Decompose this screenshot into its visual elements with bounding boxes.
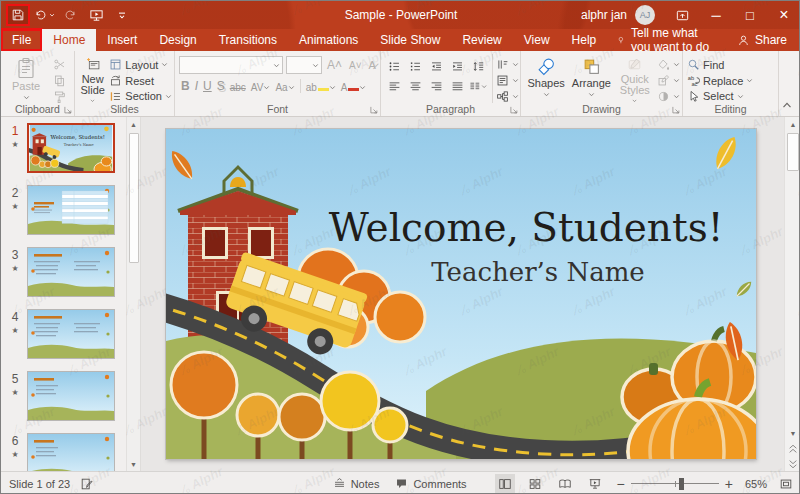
arrange-button[interactable]: Arrange (570, 54, 612, 103)
reading-view-button[interactable] (555, 474, 575, 494)
bullets-button[interactable] (385, 58, 403, 74)
tab-transitions[interactable]: Transitions (208, 29, 288, 51)
slide-thumbnail-5[interactable]: 5★ (3, 371, 126, 421)
current-slide-canvas[interactable]: Welcome, Students! Teacher’s Name (166, 129, 756, 459)
columns-button[interactable] (469, 78, 487, 94)
layout-button[interactable]: Layout (109, 58, 172, 72)
normal-view-button[interactable] (495, 474, 515, 494)
clipboard-dialog-launcher-icon[interactable] (63, 105, 72, 114)
bold-button[interactable]: B (179, 79, 192, 93)
shape-outline-button[interactable] (657, 74, 680, 88)
clear-formatting-button[interactable]: A̷ (367, 59, 378, 71)
decrease-indent-button[interactable] (427, 58, 445, 74)
tab-file[interactable]: File (1, 29, 42, 51)
tell-me-box[interactable]: Tell me what you want to do (607, 29, 723, 51)
fit-slide-to-window-button[interactable] (779, 477, 793, 491)
cut-button[interactable] (50, 58, 68, 72)
tab-home[interactable]: Home (42, 29, 96, 51)
slide-thumbnail-6[interactable]: 6★ (3, 433, 126, 471)
tab-insert[interactable]: Insert (96, 29, 148, 51)
slide-subtitle-text[interactable]: Teacher’s Name (431, 257, 645, 287)
highlight-color-button[interactable]: ab (304, 82, 338, 93)
editor-scrollbar[interactable]: ▲ ▼ (784, 117, 800, 471)
zoom-in-button[interactable]: + (725, 476, 733, 492)
close-button[interactable]: × (767, 1, 800, 29)
start-from-beginning-button[interactable] (85, 5, 107, 25)
tab-design[interactable]: Design (148, 29, 207, 51)
zoom-slider[interactable] (631, 472, 719, 494)
format-painter-button[interactable] (50, 89, 68, 103)
scroll-up-arrow-icon[interactable]: ▲ (127, 117, 140, 131)
underline-button[interactable]: U (201, 79, 214, 93)
font-color-button[interactable]: A (339, 82, 369, 93)
tab-slide-show[interactable]: Slide Show (369, 29, 451, 51)
animation-star-icon[interactable]: ★ (11, 450, 18, 459)
slide-thumbnail-image[interactable] (27, 247, 115, 297)
scroll-up-arrow-icon[interactable]: ▲ (785, 117, 800, 131)
replace-button[interactable]: Replace (687, 74, 753, 88)
save-button[interactable] (7, 5, 29, 25)
font-name-select[interactable] (179, 56, 283, 74)
decrease-font-size-button[interactable]: A˅ (347, 60, 364, 71)
find-button[interactable]: Find (687, 58, 753, 72)
quick-styles-button[interactable]: Quick Styles (616, 54, 654, 103)
tab-review[interactable]: Review (451, 29, 512, 51)
increase-font-size-button[interactable]: A˄ (325, 58, 344, 72)
align-center-button[interactable] (406, 78, 424, 94)
slide-thumbnail-image[interactable] (27, 185, 115, 235)
shape-fill-button[interactable] (657, 58, 680, 72)
share-button[interactable]: Share (723, 29, 800, 51)
minimize-button[interactable]: ─ (699, 1, 733, 29)
notes-toggle-button[interactable]: Notes (331, 472, 382, 494)
strikethrough-button[interactable]: abc (228, 82, 248, 93)
copy-button[interactable] (50, 74, 68, 88)
paragraph-dialog-launcher-icon[interactable] (509, 105, 518, 114)
signed-in-user[interactable]: alphr jan (581, 8, 627, 22)
scroll-down-arrow-icon[interactable]: ▼ (785, 426, 800, 441)
slide-thumbnail-1[interactable]: 1★ Welcome, Students!Teacher’s Name (3, 123, 126, 173)
select-button[interactable]: Select (687, 89, 753, 103)
shapes-button[interactable]: Shapes (525, 54, 567, 103)
reset-button[interactable]: Reset (109, 74, 172, 88)
animation-star-icon[interactable]: ★ (11, 326, 18, 335)
text-shadow-button[interactable]: S (215, 79, 227, 93)
slide-thumbnail-3[interactable]: 3★ (3, 247, 126, 297)
font-dialog-launcher-icon[interactable] (369, 105, 378, 114)
slide-thumbnail-image[interactable]: Welcome, Students!Teacher’s Name (27, 123, 115, 173)
align-left-button[interactable] (385, 78, 403, 94)
tab-animations[interactable]: Animations (288, 29, 369, 51)
previous-slide-button[interactable] (785, 441, 800, 456)
thumbnail-panel-scrollbar[interactable]: ▲ ▼ (126, 117, 140, 471)
justify-button[interactable] (448, 78, 466, 94)
slide-thumbnail-4[interactable]: 4★ (3, 309, 126, 359)
tab-view[interactable]: View (513, 29, 561, 51)
animation-star-icon[interactable]: ★ (11, 264, 18, 273)
slide-sorter-view-button[interactable] (525, 474, 545, 494)
align-text-button[interactable] (496, 73, 519, 87)
paste-button[interactable]: Paste (5, 54, 47, 103)
slide-title-text[interactable]: Welcome, Students! (329, 205, 724, 250)
slide-thumbnail-2[interactable]: 2★ (3, 185, 126, 235)
customize-quick-access-button[interactable] (111, 5, 133, 25)
section-button[interactable]: Section (109, 89, 172, 103)
scroll-down-arrow-icon[interactable]: ▼ (127, 457, 140, 471)
animation-star-icon[interactable]: ★ (11, 388, 18, 397)
text-direction-button[interactable] (496, 57, 519, 71)
animation-star-icon[interactable]: ★ (11, 140, 18, 149)
zoom-out-button[interactable]: − (617, 476, 625, 492)
align-right-button[interactable] (427, 78, 445, 94)
slideshow-view-button[interactable] (585, 474, 605, 494)
collapse-ribbon-button[interactable] (780, 98, 794, 112)
next-slide-button[interactable] (785, 456, 800, 471)
line-spacing-button[interactable] (469, 58, 487, 74)
tab-help[interactable]: Help (561, 29, 608, 51)
increase-indent-button[interactable] (448, 58, 466, 74)
drawing-dialog-launcher-icon[interactable] (671, 105, 680, 114)
change-case-button[interactable]: Aa (273, 82, 296, 93)
font-size-select[interactable] (286, 56, 322, 74)
convert-to-smartart-button[interactable] (496, 89, 519, 103)
scrollbar-thumb[interactable] (129, 133, 139, 263)
proofing-icon[interactable] (80, 477, 94, 491)
slide-editor-area[interactable]: Welcome, Students! Teacher’s Name ▲ ▼ (141, 117, 800, 471)
comments-toggle-button[interactable]: Comments (393, 472, 468, 494)
